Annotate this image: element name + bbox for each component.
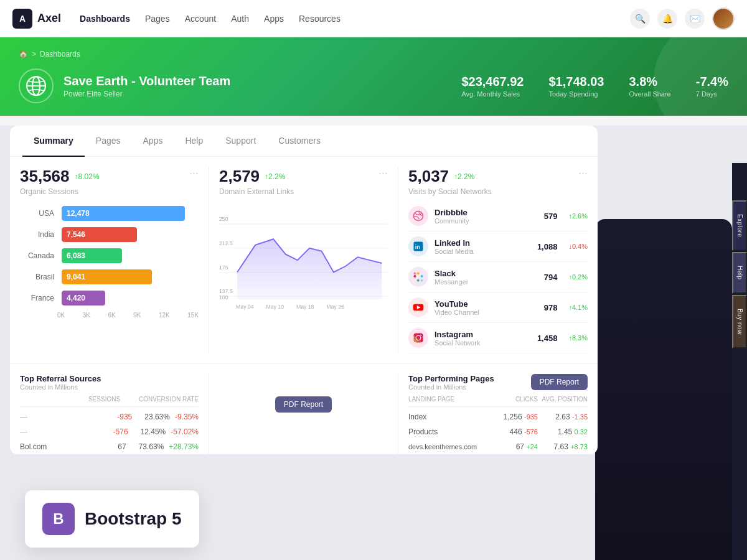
tab-support[interactable]: Support (214, 126, 267, 157)
hero-stats: $23,467.92 Avg. Monthly Sales $1,748.03 … (461, 75, 728, 98)
hero-left: Save Earth - Volunteer Team Power Elite … (19, 68, 230, 103)
svg-rect-21 (417, 279, 420, 282)
tab-apps[interactable]: Apps (132, 126, 174, 157)
page-0-clicks: 1,256 -935 (488, 413, 538, 421)
dribbble-info: Dribbble Community (435, 208, 538, 225)
axis-0k: 0K (57, 312, 65, 319)
bootstrap-text: Bootstrap 5 (85, 509, 182, 529)
tab-help[interactable]: Help (174, 126, 214, 157)
page-0-avg: 2.63 -1.35 (538, 413, 588, 421)
svg-text:212.5: 212.5 (219, 240, 233, 246)
svg-text:May 04: May 04 (236, 304, 254, 310)
breadcrumb: 🏠 > Dashboards (19, 50, 728, 58)
hero-content: Save Earth - Volunteer Team Power Elite … (19, 68, 728, 103)
referral-row-2: Bol.com 67 73.63% +28.73% (20, 439, 199, 454)
top-pages-panel: Top Performing Pages Counted in Millions… (398, 374, 588, 454)
notifications-button[interactable]: 🔔 (657, 9, 677, 29)
logo-text: Axel (37, 12, 61, 25)
nav-apps[interactable]: Apps (264, 14, 284, 24)
stats-charts-grid: 35,568 ↑8.02% Organic Sessions ··· USA 1… (10, 157, 598, 353)
topnav: A Axel Dashboards Pages Account Auth App… (0, 0, 747, 37)
logo[interactable]: A Axel (12, 9, 61, 29)
svg-rect-20 (417, 273, 420, 275)
hero-stat-2: 3.8% Overall Share (629, 75, 670, 98)
organic-sessions-more[interactable]: ··· (189, 167, 199, 180)
home-icon[interactable]: 🏠 (19, 50, 28, 58)
pages-header: LANDING PAGE CLICKS AVG. POSITION (408, 396, 588, 407)
pages-row-2: devs.keenthemes.com 67 +24 7.63 +8.73 (408, 439, 588, 454)
organic-sessions-change: ↑8.02% (75, 172, 100, 181)
domain-links-panel: 2,579 ↑2.2% Domain External Links ··· (209, 167, 398, 353)
help-button[interactable]: Help (732, 252, 747, 294)
pages-row-0: Index 1,256 -935 2.63 -1.35 (408, 409, 588, 424)
linkedin-icon: in (408, 236, 428, 256)
line-chart: 250 212.5 175 137.5 100 (219, 206, 388, 317)
social-item-instagram: Instagram Social Network 1,458 ↑8.3% (408, 323, 588, 353)
nav-account[interactable]: Account (185, 14, 217, 24)
bar-row: USA 12,478 (20, 206, 199, 221)
slack-icon (408, 267, 428, 287)
social-item-youtube: YouTube Video Channel 978 ↑4.1% (408, 292, 588, 323)
domain-links-more[interactable]: ··· (378, 167, 388, 180)
page-1-name: Products (408, 427, 488, 436)
explore-button[interactable]: Explore (732, 200, 747, 251)
referral-row-0: — -935 23.63% -9.35% (20, 409, 199, 424)
social-visits-more[interactable]: ··· (578, 167, 588, 180)
social-item-slack: Slack Messanger 794 ↑0.2% (408, 262, 588, 292)
search-button[interactable]: 🔍 (630, 9, 650, 29)
svg-text:May 10: May 10 (266, 304, 284, 310)
domain-links-value: 2,579 (219, 167, 260, 186)
messages-button[interactable]: ✉️ (685, 9, 705, 29)
svg-point-16 (414, 212, 423, 221)
pdf-report-panel: PDF Report (209, 374, 398, 454)
organic-sessions-label: Organic Sessions (20, 187, 100, 196)
bar-row: India 7,546 (20, 227, 199, 242)
nav-dashboards[interactable]: Dashboards (80, 14, 130, 24)
referral-header: SESSIONS CONVERSION RATE (20, 396, 199, 407)
top-referral-title: Top Referral Sources (20, 374, 199, 383)
dribbble-icon (408, 206, 428, 226)
earth-icon (25, 75, 47, 97)
pdf-report-button[interactable]: PDF Report (275, 396, 332, 413)
domain-links-change: ↑2.2% (265, 172, 285, 181)
nav-auth[interactable]: Auth (231, 14, 249, 24)
tab-pages[interactable]: Pages (85, 126, 132, 157)
bottom-tables: Top Referral Sources Counted in Millions… (10, 363, 598, 454)
tab-summary[interactable]: Summary (22, 126, 85, 157)
line-chart-svg: 250 212.5 175 137.5 100 (219, 206, 388, 314)
referral-sessions-0: -935 (117, 413, 132, 421)
referral-sessions-2: 67 (118, 442, 126, 451)
referral-col-sessions: SESSIONS (88, 396, 120, 403)
bar-chart: USA 12,478 India 7,546 Canada 6,083 Bras… (20, 206, 199, 319)
referral-rate-change-1: -57.02% (171, 427, 199, 436)
organic-sessions-value: 35,568 (20, 167, 70, 186)
top-pages-pdf-button[interactable]: PDF Report (531, 374, 588, 390)
svg-text:May 26: May 26 (326, 304, 344, 310)
nav-resources[interactable]: Resources (299, 14, 341, 24)
bar-row: Canada 6,083 (20, 248, 199, 263)
instagram-info: Instagram Social Network (435, 330, 531, 347)
svg-rect-22 (421, 275, 423, 278)
tab-customers[interactable]: Customers (267, 126, 332, 157)
topnav-right: 🔍 🔔 ✉️ (630, 7, 735, 30)
hero-stat-3: -7.4% 7 Days (696, 75, 728, 98)
page-1-avg: 1.45 0.32 (538, 427, 588, 436)
svg-text:137.5: 137.5 (219, 288, 233, 294)
top-referral-panel: Top Referral Sources Counted in Millions… (20, 374, 209, 454)
user-avatar[interactable] (712, 7, 735, 30)
hero-subtitle: Power Elite Seller (63, 90, 230, 98)
bootstrap-card: B Bootstrap 5 (25, 490, 199, 548)
linkedin-info: Linked In Social Media (435, 238, 531, 255)
social-list: Dribbble Community 579 ↑2.6% in (408, 201, 588, 353)
page-0-name: Index (408, 413, 488, 421)
axis-12k: 12K (159, 312, 170, 319)
svg-text:100: 100 (219, 294, 228, 301)
bootstrap-icon: B (42, 503, 75, 535)
organic-sessions-panel: 35,568 ↑8.02% Organic Sessions ··· USA 1… (20, 167, 209, 353)
pages-row-1: Products 446 -576 1.45 0.32 (408, 424, 588, 439)
buy-now-button[interactable]: Buy now (732, 295, 747, 348)
axis-9k: 9K (133, 312, 141, 319)
pages-col-avg: AVG. POSITION (538, 396, 588, 403)
referral-col-rate: CONVERSION RATE (139, 396, 199, 403)
nav-pages[interactable]: Pages (145, 14, 170, 24)
